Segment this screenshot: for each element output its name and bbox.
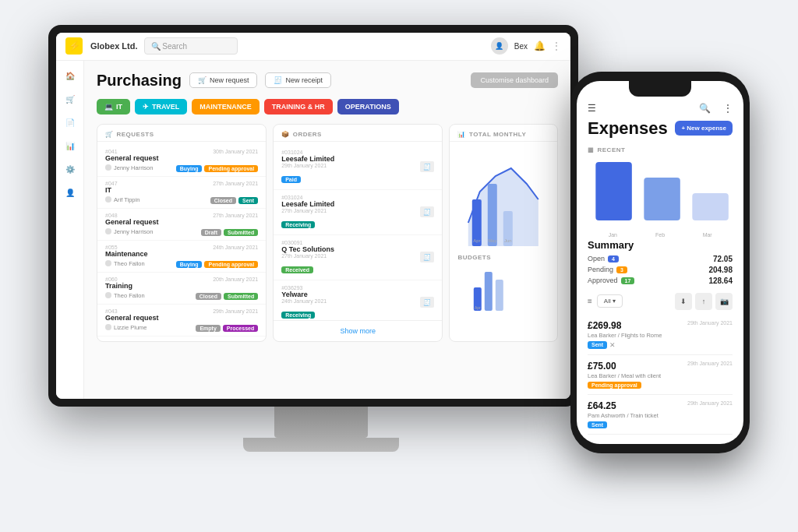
summary-row-approved: Approved 17 128.64: [588, 277, 733, 285]
budgets-panel: 📊 TOTAL MONTHLY: [449, 124, 558, 342]
phone-outer: ☰ 🔍 ⋮ Expenses + New expense ▦ RECE: [570, 72, 750, 453]
phone-summary-title: Summary: [588, 239, 733, 251]
receipt-thumbnail: 🧾: [420, 206, 434, 217]
phone-notch: [629, 81, 691, 97]
request-item[interactable]: #043 29th January 2021 General request L…: [97, 305, 266, 336]
svg-rect-12: [644, 178, 680, 220]
tab-it[interactable]: 💻 IT: [97, 99, 130, 115]
request-item[interactable]: #060 20th January 2021 Training Theo Fal…: [97, 273, 266, 305]
scene: ⚡ Globex Ltd. 🔍 Search 👤 Bex 🔔 ⋮: [48, 25, 750, 508]
receipt-thumbnail: 🧾: [420, 161, 434, 172]
sidebar-item-home[interactable]: 🏠: [61, 67, 79, 86]
phone-menu-icon[interactable]: ☰: [588, 103, 596, 114]
phone-download-button[interactable]: ⬇: [675, 293, 692, 310]
expense-delete-icon[interactable]: ✕: [609, 341, 616, 349]
notification-icon[interactable]: 🔔: [534, 41, 546, 51]
phone: ☰ 🔍 ⋮ Expenses + New expense ▦ RECE: [570, 72, 750, 453]
request-item[interactable]: #047 27th January 2021 IT Arif Tippin Cl…: [97, 177, 266, 209]
sidebar-item-chart[interactable]: 📊: [61, 137, 79, 156]
search-placeholder: Search: [162, 42, 187, 51]
tab-training[interactable]: TRAINING & HR: [264, 99, 333, 115]
show-more-button[interactable]: Show more: [274, 320, 442, 341]
requests-panel: 🛒 REQUESTS #041 30th January 2021: [97, 124, 267, 342]
panels: 🛒 REQUESTS #041 30th January 2021: [97, 124, 558, 342]
budgets-panel-header: 📊 TOTAL MONTHLY: [450, 125, 557, 142]
phone-expense-chart: Jan Feb Mar: [588, 158, 733, 228]
summary-row-open: Open 4 72.05: [588, 255, 733, 263]
more-icon[interactable]: ⋮: [552, 41, 561, 51]
requests-list: #041 30th January 2021 General request J…: [97, 142, 266, 341]
orders-panel-header: 📦 ORDERS: [274, 125, 442, 142]
customise-dashboard-button[interactable]: Customise dashboard: [471, 72, 558, 88]
page-header: Purchasing 🛒 New request 🧾 New receipt C…: [97, 72, 558, 90]
expense-bar-chart-svg: [588, 158, 733, 220]
chart-label-jan: Jan: [589, 232, 637, 238]
it-icon: 💻: [104, 103, 113, 111]
svg-rect-8: [485, 272, 493, 311]
tab-operations[interactable]: OPERATIONS: [337, 99, 399, 115]
phone-recent-label: ▦ RECENT: [588, 146, 733, 153]
order-item[interactable]: #030091 Q Tec Solutions 27th January 202…: [274, 235, 442, 280]
svg-text:May: May: [489, 238, 497, 243]
request-item[interactable]: #041 30th January 2021 General request J…: [97, 145, 266, 177]
phone-more-icon[interactable]: ⋮: [723, 103, 733, 114]
phone-list-header: ≡ All ▾ ⬇ ↑ 📷: [588, 293, 733, 310]
new-request-button[interactable]: 🛒 New request: [189, 72, 258, 88]
monitor-base: [243, 438, 399, 452]
receipt-icon: 🧾: [274, 76, 282, 84]
order-item[interactable]: #031024 Leesafe Limited 29th January 202…: [274, 145, 442, 190]
content-area: Purchasing 🛒 New request 🧾 New receipt C…: [84, 61, 570, 399]
desktop-monitor: ⚡ Globex Ltd. 🔍 Search 👤 Bex 🔔 ⋮: [48, 25, 594, 461]
request-item[interactable]: #048 27th January 2021 General request J…: [97, 209, 266, 241]
sidebar-item-cart[interactable]: 🛒: [61, 90, 79, 109]
main-layout: 🏠 🛒 📄 📊 ⚙️ 👤 Purchasing 🛒: [56, 61, 570, 399]
category-tabs: 💻 IT ✈ TRAVEL MAINTENANCE TRA: [97, 99, 558, 115]
order-item[interactable]: #031024 Leesafe Limited 27th January 202…: [274, 190, 442, 235]
receipt-thumbnail: 🧾: [420, 297, 434, 308]
summary-value-pending: 204.98: [708, 266, 733, 274]
phone-page-title: Expenses: [588, 118, 668, 139]
monitor-stand: [274, 407, 368, 438]
orders-panel: 📦 ORDERS #031024 Leesafe Limited 29th Ja: [273, 124, 443, 342]
expense-item[interactable]: £64.25 29th January 2021 Pam Ashworth / …: [588, 395, 733, 435]
svg-text:Jun: Jun: [504, 238, 512, 243]
list-icon: ≡: [588, 297, 592, 305]
page-title: Purchasing: [97, 72, 182, 90]
desktop-topbar: ⚡ Globex Ltd. 🔍 Search 👤 Bex 🔔 ⋮: [56, 33, 570, 61]
expense-item[interactable]: £269.98 29th January 2021 Lea Barker / F…: [588, 315, 733, 355]
expense-item[interactable]: £75.00 29th January 2021 Lea Barker / Me…: [588, 355, 733, 395]
tab-maintenance[interactable]: MAINTENANCE: [192, 99, 260, 115]
receipt-thumbnail: 🧾: [420, 252, 434, 262]
username: Bex: [514, 42, 528, 51]
chart-icon: 📊: [457, 131, 466, 138]
chart-label-mar: Mar: [683, 232, 731, 238]
search-icon: 🔍: [151, 42, 161, 51]
recent-icon: ▦: [588, 146, 595, 153]
phone-content: Expenses + New expense ▦ RECENT: [577, 118, 743, 444]
orders-list: #031024 Leesafe Limited 29th January 202…: [274, 142, 442, 320]
svg-rect-2: [488, 184, 497, 246]
sidebar-item-user[interactable]: 👤: [61, 184, 79, 203]
svg-text:Apr: Apr: [474, 238, 481, 243]
sidebar-item-settings[interactable]: ⚙️: [61, 160, 79, 179]
phone-new-expense-button[interactable]: + New expense: [675, 121, 733, 136]
budgets-label: BUDGETS: [457, 254, 549, 261]
phone-filter-button[interactable]: All ▾: [597, 294, 623, 308]
sidebar-item-docs[interactable]: 📄: [61, 114, 79, 132]
summary-value-approved: 128.64: [708, 277, 733, 285]
budgets-bar-chart: Apr: [457, 264, 549, 311]
order-item[interactable]: #036293 Yelware 24th January 2021 Receiv…: [274, 280, 442, 320]
new-receipt-button[interactable]: 🧾 New receipt: [265, 72, 331, 88]
app-logo: ⚡: [65, 37, 83, 55]
monitor-screen-outer: ⚡ Globex Ltd. 🔍 Search 👤 Bex 🔔 ⋮: [48, 25, 578, 407]
phone-share-button[interactable]: ↑: [695, 293, 712, 310]
request-item[interactable]: #055 24th January 2021 Maintenance Theo …: [97, 241, 266, 273]
svg-rect-13: [692, 193, 729, 220]
orders-icon: 📦: [281, 131, 290, 138]
cart-icon: 🛒: [198, 76, 207, 84]
budget-chart-area: Apr May Jun BUDGETS: [450, 142, 557, 341]
search-bar[interactable]: 🔍 Search: [144, 37, 238, 55]
phone-search-icon[interactable]: 🔍: [699, 103, 711, 114]
phone-camera-button[interactable]: 📷: [715, 293, 733, 310]
tab-travel[interactable]: ✈ TRAVEL: [135, 99, 187, 115]
